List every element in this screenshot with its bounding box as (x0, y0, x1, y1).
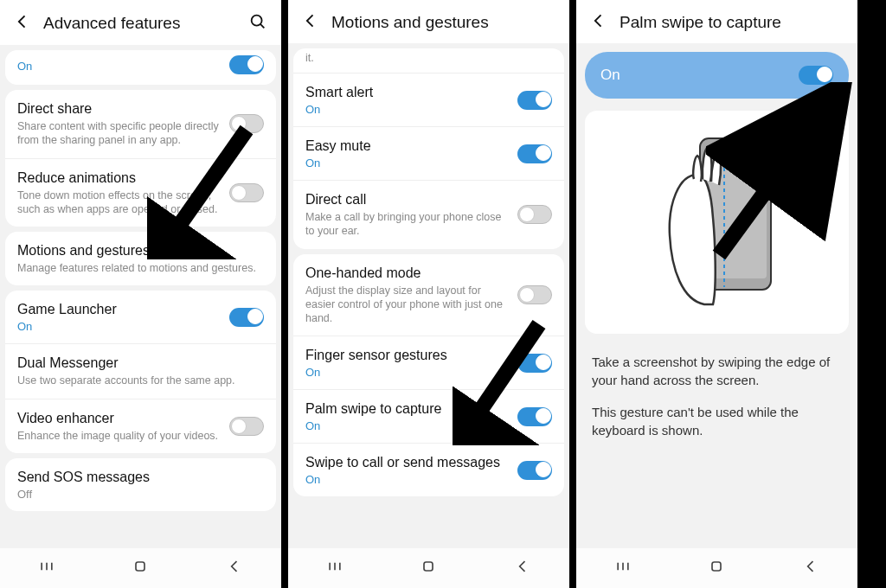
nav-bar (0, 548, 281, 588)
back-icon[interactable] (14, 13, 31, 34)
toggle-on-icon[interactable] (517, 91, 552, 110)
status-on: On (305, 419, 509, 432)
label: Video enhancer (17, 410, 221, 427)
status-on: On (17, 320, 221, 333)
label: Swipe to call or send messages (305, 454, 509, 471)
toggle-off-icon[interactable] (229, 114, 264, 133)
desc: Manage features related to motions and g… (17, 261, 264, 275)
label: Reduce animations (17, 169, 221, 187)
item-send-sos[interactable]: Send SOS messages Off (5, 458, 276, 511)
page-title: Advanced features (43, 14, 236, 33)
toggle-on-icon[interactable] (517, 407, 552, 426)
item-motions-gestures[interactable]: Motions and gestures Manage features rel… (5, 232, 276, 285)
label: Motions and gestures (17, 242, 264, 259)
label: One-handed mode (305, 265, 509, 282)
item-video-enhancer[interactable]: Video enhancer Enhance the image quality… (5, 399, 276, 453)
nav-back-icon[interactable] (226, 558, 243, 578)
toggle-off-icon[interactable] (517, 285, 552, 304)
label: Finger sensor gestures (305, 347, 509, 364)
toggle-on-icon[interactable] (517, 354, 552, 373)
nav-back-icon[interactable] (802, 558, 819, 578)
label: Palm swipe to capture (305, 400, 509, 418)
item-palm-swipe-capture[interactable]: Palm swipe to capture On (293, 389, 564, 443)
nav-home-icon[interactable] (132, 558, 149, 578)
toggle-on-icon[interactable] (229, 55, 264, 74)
item-top-on[interactable]: On (5, 50, 276, 85)
status-on: On (17, 60, 32, 73)
toggle-off-icon[interactable] (517, 205, 552, 224)
nav-home-icon[interactable] (420, 558, 437, 578)
item-direct-call[interactable]: Direct call Make a call by bringing your… (293, 180, 564, 249)
status-on: On (305, 366, 509, 379)
svg-rect-11 (424, 562, 433, 571)
toggle-on-icon[interactable] (517, 144, 552, 163)
master-toggle-banner[interactable]: On (585, 52, 849, 99)
illustration-card (585, 111, 849, 334)
screen-palm-swipe: Palm swipe to capture On Take a screensh… (576, 0, 864, 588)
label: Easy mute (305, 137, 509, 155)
status-on: On (305, 103, 509, 116)
nav-home-icon[interactable] (708, 558, 725, 578)
back-icon[interactable] (590, 12, 607, 33)
toggle-on-icon[interactable] (799, 66, 833, 85)
label: Game Launcher (17, 301, 221, 318)
search-icon[interactable] (248, 12, 267, 35)
content: On Take a screenshot by swiping the edge… (576, 43, 857, 548)
nav-bar (576, 548, 857, 588)
toggle-off-icon[interactable] (229, 183, 264, 202)
palm-swipe-illustration-icon (652, 131, 782, 313)
item-dual-messenger[interactable]: Dual Messenger Use two separate accounts… (5, 343, 276, 398)
page-title: Motions and gestures (331, 13, 555, 32)
nav-back-icon[interactable] (514, 558, 531, 578)
item-swipe-call-send[interactable]: Swipe to call or send messages On (293, 443, 564, 496)
nav-recents-icon[interactable] (326, 558, 343, 578)
nav-bar (288, 548, 569, 588)
header: Motions and gestures (288, 0, 569, 43)
item-direct-share[interactable]: Direct share Share content with specific… (5, 90, 276, 158)
content: On Direct share Share content with speci… (0, 45, 281, 548)
desc: Adjust the display size and layout for e… (305, 284, 509, 326)
back-icon[interactable] (302, 12, 319, 33)
svg-rect-20 (712, 562, 721, 571)
toggle-on-icon[interactable] (229, 308, 264, 327)
label: Direct call (305, 191, 509, 208)
desc: Enhance the image quality of your videos… (17, 429, 221, 443)
desc-line-1: Take a screenshot by swiping the edge of… (592, 353, 842, 389)
screen-advanced-features: Advanced features On Direct share Share … (0, 0, 288, 588)
item-one-handed-mode[interactable]: One-handed mode Adjust the display size … (293, 254, 564, 336)
label: Direct share (17, 100, 221, 118)
item-smart-alert[interactable]: Smart alert On (293, 73, 564, 126)
label: Send SOS messages (17, 469, 264, 486)
item-reduce-animations[interactable]: Reduce animations Tone down motion effec… (5, 158, 276, 227)
status-on: On (305, 473, 509, 486)
content: it. Smart alert On Easy mute On Direct c… (288, 43, 569, 548)
status-off: Off (17, 488, 264, 501)
page-title: Palm swipe to capture (620, 13, 844, 32)
screen-motions-gestures: Motions and gestures it. Smart alert On … (288, 0, 576, 588)
item-game-launcher[interactable]: Game Launcher On (5, 291, 276, 343)
truncated-desc: it. (293, 48, 564, 73)
desc: Share content with specific people direc… (17, 119, 221, 148)
item-easy-mute[interactable]: Easy mute On (293, 126, 564, 180)
description: Take a screenshot by swiping the edge of… (576, 334, 857, 439)
label: Smart alert (305, 84, 509, 101)
toggle-on-icon[interactable] (517, 461, 552, 480)
desc-line-2: This gesture can't be used while the key… (592, 403, 842, 439)
toggle-off-icon[interactable] (229, 417, 264, 436)
header: Advanced features (0, 0, 281, 45)
desc: Use two separate accounts for the same a… (17, 374, 264, 387)
desc: Make a call by bringing your phone close… (305, 210, 509, 239)
label: Dual Messenger (17, 355, 264, 372)
header: Palm swipe to capture (576, 0, 857, 43)
item-finger-sensor-gestures[interactable]: Finger sensor gestures On (293, 336, 564, 389)
svg-line-1 (260, 24, 264, 28)
banner-label: On (600, 67, 620, 84)
nav-recents-icon[interactable] (38, 558, 55, 578)
desc: Tone down motion effects on the screen, … (17, 189, 221, 217)
svg-point-0 (252, 16, 262, 26)
svg-rect-5 (136, 562, 144, 571)
status-on: On (305, 157, 509, 169)
nav-recents-icon[interactable] (614, 558, 632, 578)
